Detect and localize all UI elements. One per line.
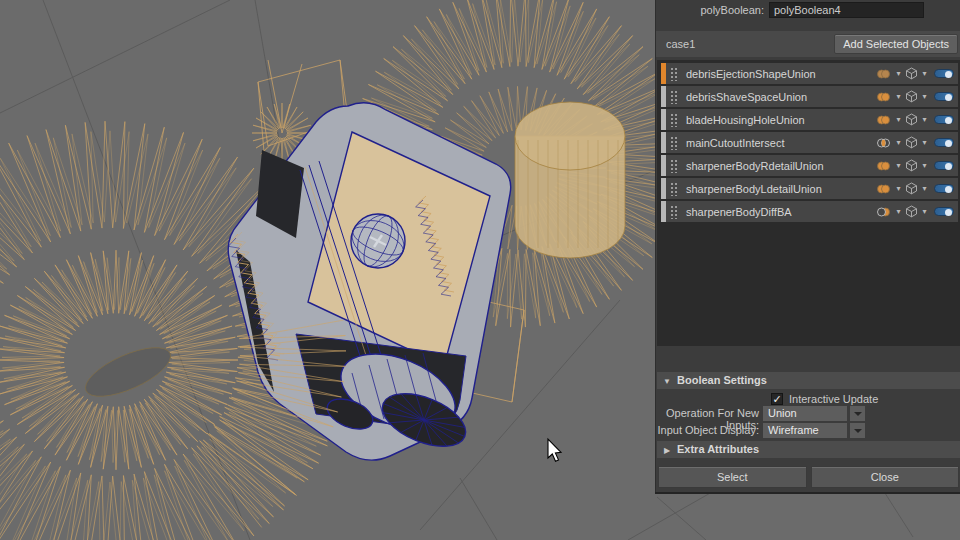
display-mode-cube-icon[interactable]: [905, 136, 918, 149]
chevron-down-icon[interactable]: ▾: [920, 160, 929, 172]
polyboolean-attribute-panel: polyBoolean: case1 Add Selected Objects …: [655, 0, 960, 492]
chevron-down-icon[interactable]: ▾: [894, 183, 903, 195]
drag-handle-icon[interactable]: [669, 158, 677, 173]
row-color-bar: [661, 63, 666, 84]
section-title: Extra Attributes: [677, 443, 759, 455]
chevron-down-icon[interactable]: ▾: [894, 160, 903, 172]
drag-handle-icon[interactable]: [669, 66, 677, 81]
drag-handle-icon[interactable]: [669, 89, 677, 104]
display-mode-cube-icon[interactable]: [905, 113, 918, 126]
collapse-triangle-icon[interactable]: ▼: [657, 373, 677, 390]
operation-row: Operation For New Inputs: Union: [656, 406, 960, 422]
boolean-op-icon[interactable]: [876, 91, 892, 103]
toggle-knob: [945, 209, 952, 216]
row-color-bar: [661, 201, 666, 222]
chevron-down-icon[interactable]: ▾: [894, 114, 903, 126]
chevron-down-icon[interactable]: ▾: [920, 114, 929, 126]
row-label: sharpenerBodyLdetailUnion: [677, 183, 876, 195]
toggle-knob: [945, 186, 952, 193]
toggle-knob: [945, 94, 952, 101]
table-row[interactable]: debrisEjectionShapeUnion ▾▾: [661, 63, 958, 84]
boolean-op-icon[interactable]: [876, 137, 892, 149]
row-color-bar: [661, 132, 666, 153]
chevron-down-icon[interactable]: ▾: [894, 68, 903, 80]
drag-handle-icon[interactable]: [669, 181, 677, 196]
row-label: sharpenerBodyDiffBA: [677, 206, 876, 218]
toggle-knob: [945, 140, 952, 147]
chevron-down-icon[interactable]: ▾: [920, 206, 929, 218]
enabled-toggle[interactable]: [934, 161, 954, 170]
row-label: mainCutoutIntersect: [677, 137, 876, 149]
drag-handle-icon[interactable]: [669, 135, 677, 150]
table-row[interactable]: mainCutoutIntersect ▾▾: [661, 132, 958, 153]
chevron-down-icon[interactable]: ▾: [920, 68, 929, 80]
collapse-triangle-icon[interactable]: ▶: [657, 442, 677, 459]
enabled-toggle[interactable]: [934, 69, 954, 78]
row-color-bar: [661, 109, 666, 130]
enabled-toggle[interactable]: [934, 207, 954, 216]
boolean-settings-header[interactable]: ▼Boolean Settings: [657, 372, 960, 389]
display-select[interactable]: Wireframe: [763, 423, 847, 438]
add-selected-objects-button[interactable]: Add Selected Objects: [834, 34, 958, 54]
node-name-label: polyBoolean:: [662, 4, 764, 16]
table-row[interactable]: sharpenerBodyDiffBA ▾▾: [661, 201, 958, 222]
operation-dropdown-arrow-icon[interactable]: [850, 406, 865, 421]
interactive-update-label: Interactive Update: [789, 393, 878, 405]
node-name-input[interactable]: [769, 2, 924, 18]
display-mode-cube-icon[interactable]: [905, 90, 918, 103]
extra-attributes-header[interactable]: ▶Extra Attributes: [657, 441, 960, 458]
row-color-bar: [661, 86, 666, 107]
case-label: case1: [666, 31, 695, 57]
interactive-update-row: ✓ Interactive Update: [656, 392, 960, 406]
table-row[interactable]: bladeHousingHoleUnion ▾▾: [661, 109, 958, 130]
section-title: Boolean Settings: [677, 374, 767, 386]
enabled-toggle[interactable]: [934, 138, 954, 147]
boolean-op-icon[interactable]: [876, 206, 892, 218]
drag-handle-icon[interactable]: [669, 204, 677, 219]
chevron-down-icon[interactable]: ▾: [894, 91, 903, 103]
enabled-toggle[interactable]: [934, 92, 954, 101]
row-label: debrisShaveSpaceUnion: [677, 91, 876, 103]
case-header: case1 Add Selected Objects: [656, 31, 960, 57]
toggle-knob: [945, 163, 952, 170]
drag-handle-icon[interactable]: [669, 112, 677, 127]
display-mode-cube-icon[interactable]: [905, 67, 918, 80]
chevron-down-icon[interactable]: ▾: [894, 206, 903, 218]
select-button[interactable]: Select: [658, 466, 807, 488]
maya-viewport-screenshot: polyBoolean: case1 Add Selected Objects …: [0, 0, 960, 540]
enabled-toggle[interactable]: [934, 115, 954, 124]
table-row[interactable]: debrisShaveSpaceUnion ▾▾: [661, 86, 958, 107]
chevron-down-icon[interactable]: ▾: [920, 183, 929, 195]
row-color-bar: [661, 178, 666, 199]
wireframe-cylinder[interactable]: [515, 102, 625, 258]
display-mode-cube-icon[interactable]: [905, 159, 918, 172]
close-button[interactable]: Close: [811, 466, 960, 488]
display-mode-cube-icon[interactable]: [905, 205, 918, 218]
chevron-down-icon[interactable]: ▾: [920, 137, 929, 149]
chevron-down-icon[interactable]: ▾: [920, 91, 929, 103]
display-mode-cube-icon[interactable]: [905, 182, 918, 195]
operation-select[interactable]: Union: [763, 406, 847, 421]
chevron-down-icon[interactable]: ▾: [894, 137, 903, 149]
row-label: bladeHousingHoleUnion: [677, 114, 876, 126]
row-label: debrisEjectionShapeUnion: [677, 68, 876, 80]
enabled-toggle[interactable]: [934, 184, 954, 193]
boolean-input-list: debrisEjectionShapeUnion ▾▾ debrisShaveS…: [657, 60, 960, 346]
panel-buttons: Select Close: [658, 466, 959, 488]
table-row[interactable]: sharpenerBodyRdetailUnion ▾▾: [661, 155, 958, 176]
toggle-knob: [945, 117, 952, 124]
display-row: Input Object Display: Wireframe: [656, 423, 960, 439]
boolean-op-icon[interactable]: [876, 160, 892, 172]
table-row[interactable]: sharpenerBodyLdetailUnion ▾▾: [661, 178, 958, 199]
toggle-knob: [945, 71, 952, 78]
interactive-update-checkbox[interactable]: ✓: [771, 393, 783, 405]
boolean-op-icon[interactable]: [876, 183, 892, 195]
display-label: Input Object Display:: [656, 424, 759, 436]
row-color-bar: [661, 155, 666, 176]
boolean-op-icon[interactable]: [876, 114, 892, 126]
display-dropdown-arrow-icon[interactable]: [850, 423, 865, 438]
row-label: sharpenerBodyRdetailUnion: [677, 160, 876, 172]
boolean-op-icon[interactable]: [876, 68, 892, 80]
